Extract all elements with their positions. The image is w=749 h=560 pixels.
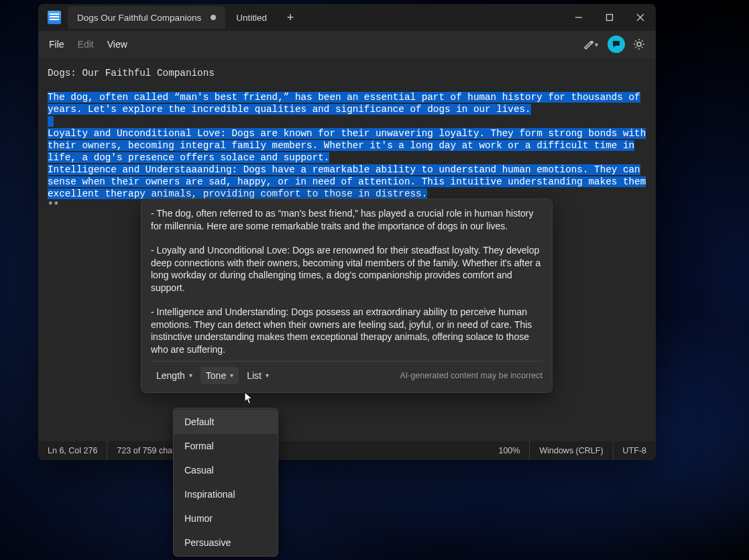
length-dropdown[interactable]: Length ▾	[151, 367, 198, 384]
tone-dropdown[interactable]: Tone ▾	[200, 367, 239, 384]
maximize-icon	[606, 13, 614, 21]
status-encoding[interactable]: UTF-8	[614, 441, 656, 460]
editor-area[interactable]: Dogs: Our Faithful Companions The dog, o…	[38, 58, 656, 441]
tab-active-label: Dogs Our Faithful Companions	[77, 13, 201, 23]
notepad-window: Dogs Our Faithful Companions Untitled + …	[38, 4, 656, 460]
menu-view[interactable]: View	[101, 35, 134, 54]
ai-bullet-1: - The dog, often referred to as “man's b…	[151, 207, 542, 232]
ai-bullet-3: - Intelligence and Understanding: Dogs p…	[151, 306, 542, 355]
tab-secondary[interactable]: Untitled	[227, 6, 276, 29]
copilot-button[interactable]	[608, 36, 625, 53]
tab-secondary-label: Untitled	[236, 13, 267, 23]
status-eol[interactable]: Windows (CRLF)	[530, 441, 613, 460]
ai-rewrite-panel: - The dog, often referred to as “man's b…	[141, 199, 553, 393]
selected-text-p3: Intelligence and Understaaanding: Dogs h…	[48, 164, 646, 199]
close-icon	[636, 13, 644, 21]
settings-button[interactable]	[629, 34, 649, 54]
ai-rewrite-button[interactable]: ▾	[577, 34, 603, 54]
minimize-button[interactable]	[563, 4, 594, 31]
ai-output: - The dog, often referred to as “man's b…	[151, 207, 542, 355]
status-cursor-pos[interactable]: Ln 6, Col 276	[38, 441, 107, 460]
tone-menu: Default Formal Casual Inspirational Humo…	[173, 408, 278, 557]
close-button[interactable]	[625, 4, 656, 31]
chevron-down-icon: ▾	[230, 370, 233, 382]
menu-edit[interactable]: Edit	[71, 35, 101, 54]
ai-controls: Length ▾ Tone ▾ List ▾ AI-generated cont…	[151, 367, 542, 384]
minimize-icon	[575, 13, 583, 21]
chevron-down-icon: ▾	[189, 370, 192, 382]
selected-text-p2: Loyalty and Unconditional Love: Dogs are…	[48, 128, 646, 163]
tab-add-button[interactable]: +	[280, 7, 300, 27]
ai-disclaimer: AI-generated content may be incorrect	[400, 370, 542, 382]
tone-option-default[interactable]: Default	[174, 410, 278, 434]
app-icon	[48, 11, 61, 24]
gear-icon	[633, 38, 645, 50]
tone-option-casual[interactable]: Casual	[174, 458, 278, 482]
chat-icon	[612, 40, 621, 49]
status-zoom[interactable]: 100%	[489, 441, 530, 460]
tab-active[interactable]: Dogs Our Faithful Companions	[68, 6, 225, 29]
divider	[151, 361, 542, 361]
doc-title-line: Dogs: Our Faithful Companions	[48, 67, 646, 79]
menubar: File Edit View ▾	[38, 31, 656, 58]
chevron-down-icon: ▾	[595, 41, 598, 48]
tone-option-persuasive[interactable]: Persuasive	[174, 530, 278, 555]
selected-text-p1: The dog, often called “man's best friend…	[48, 92, 640, 115]
tone-option-inspirational[interactable]: Inspirational	[174, 482, 278, 506]
menu-file[interactable]: File	[42, 35, 71, 54]
tone-option-formal[interactable]: Formal	[174, 434, 278, 458]
svg-rect-1	[607, 15, 613, 21]
sparkle-pen-icon	[583, 38, 595, 50]
tab-modified-dot-icon	[211, 15, 216, 20]
tone-option-humor[interactable]: Humor	[174, 506, 278, 530]
statusbar: Ln 6, Col 276 723 of 759 chara 100% Wind…	[38, 441, 656, 460]
titlebar: Dogs Our Faithful Companions Untitled +	[38, 4, 656, 31]
svg-point-4	[637, 42, 641, 46]
list-dropdown[interactable]: List ▾	[241, 367, 274, 384]
maximize-button[interactable]	[594, 4, 625, 31]
ai-bullet-2: - Loyalty and Unconditional Love: Dogs a…	[151, 244, 542, 294]
chevron-down-icon: ▾	[266, 370, 269, 382]
window-controls	[563, 4, 656, 31]
